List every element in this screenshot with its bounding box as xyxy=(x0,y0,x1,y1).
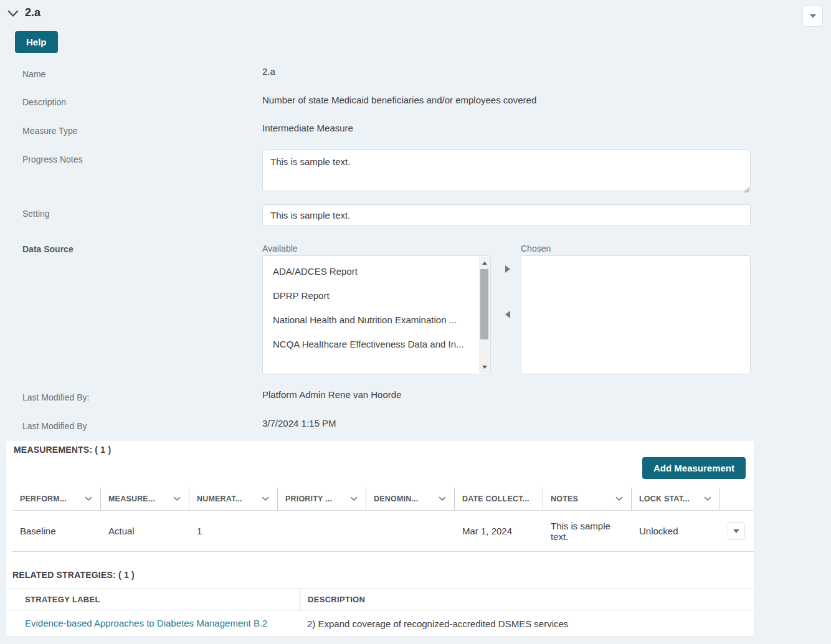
cell-date-collected: Mar 1, 2024 xyxy=(455,526,543,536)
table-row: Evidence-based Approaches to Diabetes Ma… xyxy=(6,610,754,637)
chevron-down-icon xyxy=(733,529,739,533)
related-strategies-table: STRATEGY LABEL DESCRIPTION Evidence-base… xyxy=(6,589,754,637)
column-header-numerator[interactable]: NUMERAT... xyxy=(189,488,278,510)
name-value: 2.a xyxy=(262,66,275,77)
chevron-down-icon xyxy=(810,14,816,18)
column-header-measure[interactable]: MEASURE... xyxy=(101,488,189,510)
description-label: Description xyxy=(22,97,66,107)
related-strategies-table-header: STRATEGY LABEL DESCRIPTION xyxy=(6,589,754,610)
add-measurement-button[interactable]: Add Measurement xyxy=(642,457,746,479)
cell-measure: Actual xyxy=(101,526,189,536)
scroll-down-icon[interactable] xyxy=(479,362,490,372)
setting-input[interactable] xyxy=(262,204,751,226)
data-source-label: Data Source xyxy=(22,244,74,254)
page-actions-dropdown-button[interactable] xyxy=(802,6,823,27)
column-header-lock-status[interactable]: LOCK STAT... xyxy=(632,488,720,510)
list-item[interactable]: ADA/ADCES Report xyxy=(263,259,490,283)
collapse-chevron-icon[interactable] xyxy=(7,10,19,17)
row-actions-dropdown-button[interactable] xyxy=(728,522,745,540)
column-header-priority[interactable]: PRIORITY ... xyxy=(278,488,366,510)
column-header-denominator[interactable]: DENOMIN... xyxy=(366,488,455,510)
cell-strategy-label: Evidence-based Approaches to Diabetes Ma… xyxy=(6,618,300,629)
list-item[interactable]: NCQA Healthcare Effectiveness Data and I… xyxy=(263,332,490,356)
scroll-up-icon[interactable] xyxy=(479,258,490,268)
sort-chevron-icon xyxy=(350,496,358,501)
measure-detail-page: 2.a Help Name 2.a Description Number of … xyxy=(0,0,831,644)
move-to-chosen-button[interactable] xyxy=(501,263,514,275)
last-modified-by-user-label: Last Modified By: xyxy=(22,392,89,402)
cell-numerator: 1 xyxy=(189,526,278,536)
progress-notes-textarea[interactable]: This is sample text. xyxy=(262,149,751,191)
column-header-actions xyxy=(720,488,748,510)
measurements-table: PERFORM... MEASURE... NUMERAT... PRIORIT… xyxy=(12,488,754,552)
column-header-notes[interactable]: NOTES xyxy=(543,488,632,510)
available-list-scrollbar[interactable] xyxy=(479,257,490,373)
last-modified-by-date-value: 3/7/2024 1:15 PM xyxy=(262,418,336,429)
list-item[interactable]: DPRP Report xyxy=(263,283,490,308)
list-item[interactable]: National Health and Nutrition Examinatio… xyxy=(263,308,490,332)
column-header-description: DESCRIPTION xyxy=(300,589,754,610)
data-source-chosen-listbox[interactable] xyxy=(521,255,751,374)
sort-chevron-icon xyxy=(173,496,181,501)
available-list-label: Available xyxy=(262,244,298,253)
column-header-performance[interactable]: PERFORM... xyxy=(12,488,101,510)
column-header-date-collected[interactable]: DATE COLLECT... xyxy=(455,488,543,510)
related-strategies-section-title: RELATED STRATEGIES: ( 1 ) xyxy=(12,570,135,580)
sort-chevron-icon xyxy=(704,496,711,501)
last-modified-by-date-label: Last Modified By xyxy=(22,421,87,431)
cell-actions xyxy=(720,522,748,540)
last-modified-by-user-value: Platform Admin Rene van Hoorde xyxy=(262,389,401,400)
progress-notes-label: Progress Notes xyxy=(22,154,82,164)
arrow-left-icon xyxy=(505,311,510,318)
measure-type-label: Measure Type xyxy=(22,126,77,136)
measurements-section-title: MEASUREMENTS: ( 1 ) xyxy=(14,445,111,455)
cell-description: 2) Expand coverage of recognized-accredi… xyxy=(300,618,754,629)
arrow-right-icon xyxy=(505,265,510,273)
strategy-link[interactable]: Evidence-based Approaches to Diabetes Ma… xyxy=(25,618,267,628)
chosen-list-label: Chosen xyxy=(521,244,551,253)
cell-lock-status: Unlocked xyxy=(632,526,720,536)
description-value: Number of state Medicaid beneficiaries a… xyxy=(262,95,536,105)
sort-chevron-icon xyxy=(439,496,446,501)
sort-chevron-icon xyxy=(262,496,269,501)
move-to-available-button[interactable] xyxy=(501,309,514,320)
column-header-strategy-label: STRATEGY LABEL xyxy=(6,595,300,604)
data-source-available-listbox[interactable]: ADA/ADCES Report DPRP Report National He… xyxy=(262,255,491,374)
available-items-list: ADA/ADCES Report DPRP Report National He… xyxy=(263,256,490,356)
cell-performance: Baseline xyxy=(12,526,101,536)
help-button[interactable]: Help xyxy=(15,31,58,53)
cell-notes: This is sample text. xyxy=(543,521,632,542)
name-label: Name xyxy=(22,69,45,79)
measurements-panel: MEASUREMENTS: ( 1 ) Add Measurement PERF… xyxy=(6,441,754,637)
scrollbar-thumb[interactable] xyxy=(480,269,488,339)
sort-chevron-icon xyxy=(615,496,623,501)
table-row: Baseline Actual 1 Mar 1, 2024 This is sa… xyxy=(12,511,754,552)
measure-type-value: Intermediate Measure xyxy=(262,123,353,133)
page-title: 2.a xyxy=(25,6,40,19)
setting-label: Setting xyxy=(22,209,50,219)
measurements-table-header: PERFORM... MEASURE... NUMERAT... PRIORIT… xyxy=(12,488,754,511)
sort-chevron-icon xyxy=(85,496,92,501)
